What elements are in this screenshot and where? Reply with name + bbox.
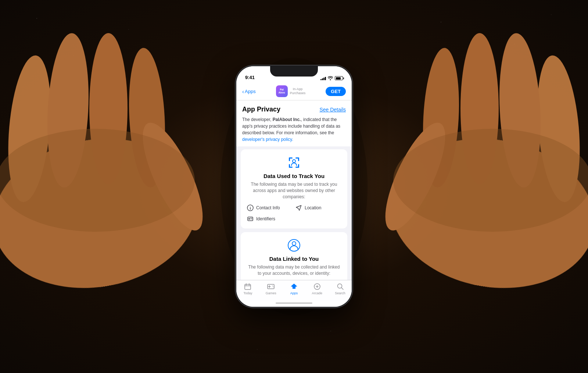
phone-screen: 9:41	[236, 66, 352, 307]
apps-tab-icon	[290, 283, 298, 291]
contact-info-label: Contact Info	[256, 205, 280, 210]
privacy-description: The developer, PalAbout Inc., indicated …	[242, 116, 346, 143]
linked-to-you-card: Data Linked to You The following data ma…	[241, 232, 347, 280]
games-tab-icon	[267, 283, 275, 291]
today-tab-label: Today	[243, 291, 252, 295]
svg-rect-22	[298, 164, 299, 168]
wifi-icon	[328, 76, 333, 80]
tab-bar: Today Games	[236, 280, 352, 301]
location-label: Location	[305, 205, 321, 210]
track-title: Data Used to Track You	[263, 173, 325, 179]
nav-center: PalAbou In-App Purchases	[259, 85, 323, 97]
svg-line-49	[341, 288, 343, 289]
phone-mockup: 9:41	[235, 65, 353, 308]
svg-point-23	[293, 160, 295, 163]
list-item: Location	[295, 204, 341, 212]
chevron-left-icon: ‹	[242, 88, 244, 95]
svg-point-27	[248, 218, 250, 220]
privacy-policy-link[interactable]: developer's privacy policy.	[242, 137, 293, 142]
home-indicator	[236, 301, 352, 307]
tab-games[interactable]: Games	[259, 283, 283, 295]
battery-icon	[335, 76, 343, 80]
list-item: Identifiers	[247, 215, 293, 223]
get-button[interactable]: GET	[326, 87, 346, 96]
location-arrow-icon	[295, 204, 302, 212]
back-label: Apps	[245, 89, 256, 94]
arcade-tab-icon	[313, 283, 321, 291]
list-item: i Contact Info	[247, 204, 293, 212]
arcade-tab-label: Arcade	[312, 291, 323, 295]
tab-apps[interactable]: Apps	[283, 283, 306, 295]
svg-point-31	[292, 242, 296, 245]
svg-rect-41	[245, 284, 251, 289]
track-description: The following data may be used to track …	[247, 181, 341, 200]
svg-rect-20	[289, 164, 290, 168]
status-time: 9:41	[245, 75, 255, 80]
today-tab-icon	[244, 283, 252, 291]
privacy-header: App Privacy See Details The developer, P…	[236, 100, 352, 146]
games-tab-label: Games	[266, 291, 276, 295]
info-circle-icon: i	[247, 204, 254, 212]
status-icons	[320, 76, 343, 80]
apps-tab-label: Apps	[290, 291, 298, 295]
track-items-grid: i Contact Info Location	[247, 204, 341, 223]
signal-icon	[320, 77, 326, 80]
in-app-purchases-label: In-App Purchases	[290, 87, 306, 95]
back-button[interactable]: ‹ Apps	[242, 88, 256, 95]
track-icon	[287, 155, 301, 170]
tab-today[interactable]: Today	[236, 283, 259, 295]
svg-rect-18	[298, 157, 299, 161]
search-tab-icon	[336, 283, 344, 291]
track-you-card: Data Used to Track You The following dat…	[241, 149, 347, 228]
id-badge-icon	[247, 215, 254, 223]
person-circle-icon	[287, 238, 301, 253]
search-tab-label: Search	[335, 291, 345, 295]
svg-text:i: i	[250, 206, 251, 210]
phone-outer: 9:41	[235, 65, 353, 308]
identifiers-label: Identifiers	[256, 216, 275, 221]
app-store-content[interactable]: App Privacy See Details The developer, P…	[236, 100, 352, 280]
tab-search[interactable]: Search	[329, 283, 352, 295]
privacy-title: App Privacy	[242, 106, 280, 113]
app-icon: PalAbou	[276, 85, 288, 97]
linked-description: The following data may be collected and …	[247, 264, 341, 277]
linked-title: Data Linked to You	[269, 256, 319, 262]
svg-rect-16	[289, 157, 290, 161]
see-details-link[interactable]: See Details	[319, 107, 346, 113]
phone-notch	[270, 66, 318, 77]
tab-arcade[interactable]: Arcade	[305, 283, 329, 295]
svg-point-45	[272, 286, 273, 287]
navigation-bar: ‹ Apps PalAbou In-App Purchases GET	[236, 82, 352, 100]
